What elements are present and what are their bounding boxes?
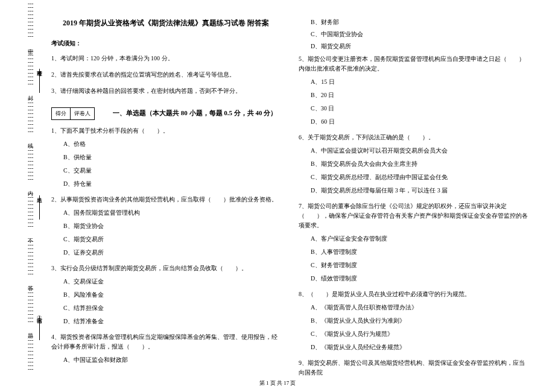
right-column: B、财务部 C、中国期货业协会 D、期货交易所 5、期货公司变更注册资本，国务院…: [290, 12, 537, 374]
question-stem: 3、实行会员分级结算制度的期货交易所，应当向结算会员收取（ ）。: [51, 264, 281, 273]
option-c: C、交易量: [63, 166, 281, 175]
question-stem: 6、关于期货交易所，下列说法正确的是（ ）。: [299, 133, 528, 142]
option-a: A、中国证监会提议时可以召开期货交易所会员大会: [311, 146, 528, 156]
question-3: 3、实行会员分级结算制度的期货交易所，应当向结算会员收取（ ）。 A、交易保证金…: [51, 264, 281, 326]
question-stem: 9、期货交易所、期货公司及其他期货经营机构、期货保证金安全存管监控机构，应当向国…: [299, 358, 528, 378]
page-footer: 第 1 页 共 17 页: [0, 379, 555, 387]
binding-dots: ┆┆┆┆┆┆┆┆┆┆: [28, 192, 33, 229]
instruction-1: 1、考试时间：120 分钟，本卷满分为 100 分。: [51, 54, 281, 63]
option-b: B、人事管理制度: [311, 247, 528, 257]
option-a: A、15 日: [311, 77, 528, 87]
question-8: 8、（ ）是期货从业人员在执业过程中必须遵守的行为规范。 A、《期货高管人员任职…: [299, 289, 528, 352]
option-b: B、风险准备金: [63, 290, 281, 300]
option-d: D、期货交易所总经理每届任期 3 年，可以连任 3 届: [311, 186, 528, 195]
option-c: C、《期货从业人员行为规范》: [311, 329, 528, 339]
option-c: C、30 日: [311, 104, 528, 113]
option-a: A、交易保证金: [63, 277, 281, 286]
option-d: D、结算准备金: [63, 317, 281, 326]
name-line: [39, 195, 40, 220]
option-a: A、中国证监会和财政部: [63, 355, 281, 365]
question-9: 9、期货交易所、期货公司及其他期货经营机构、期货保证金安全存管监控机构，应当向国…: [299, 358, 528, 378]
instruction-3: 3、请仔细阅读各种题目的回答要求，在密封线内答题，否则不予评分。: [51, 86, 281, 95]
score-cell: 得分: [51, 107, 71, 120]
binding-dots: ┆┆┆┆┆┆┆┆┆┆: [28, 240, 33, 276]
option-b: B、财务部: [311, 18, 528, 27]
question-2: 2、从事期货投资咨询业务的其他期货经营机构，应当取得（ ）批准的业务资格。 A、…: [51, 195, 281, 258]
option-a: A、客户保证金安全存管制度: [311, 234, 528, 244]
question-4: 4、期货投资者保障基金管理机构应当定期编报保障基金的筹集、管理、使用报告，经会计…: [51, 332, 281, 365]
option-c: C、财务管理制度: [311, 261, 528, 270]
option-b: B、《期货从业人员执业行为准则》: [311, 316, 528, 326]
option-d: D、《期货从业人员经纪业务规范》: [311, 343, 528, 352]
option-c: C、期货交易所总经理、副总经理由中国证监会任免: [311, 172, 528, 182]
score-box: 得分 评卷人: [51, 107, 95, 120]
option-b: B、20 日: [311, 90, 528, 100]
section-1-header: 一、单选题（本大题共 80 小题，每题 0.5 分，共 40 分）: [113, 109, 277, 118]
option-c: C、中国期货业协会: [311, 30, 528, 39]
binding-dots: ┆┆┆┆┆┆┆┆┆┆: [28, 145, 33, 182]
option-b: B、期货交易所会员大会由大会主席主持: [311, 159, 528, 169]
option-a: A、价格: [63, 139, 281, 149]
question-stem: 1、下面不属于技术分析手段的有（ ）。: [51, 126, 281, 136]
question-stem: 5、期货公司变更注册资本，国务院期货监督管理机构应当自受理申请之日起（ ）内做出…: [299, 54, 528, 74]
instruction-2: 2、请首先按要求在试卷的指定位置填写您的姓名、准考证号等信息。: [51, 70, 281, 79]
question-stem: 2、从事期货投资咨询业务的其他期货经营机构，应当取得（ ）批准的业务资格。: [51, 195, 281, 204]
question-stem: 7、期货公司的董事会除应当行使《公司法》规定的职权外，还应当审议并决定（ ），确…: [299, 201, 528, 230]
option-d: D、证券交易所: [63, 248, 281, 258]
admission-line: [39, 69, 40, 93]
reviewer-cell: 评卷人: [71, 107, 95, 120]
notice-label: 考试须知：: [51, 39, 281, 48]
option-c: C、期货交易所: [63, 235, 281, 244]
question-5: 5、期货公司变更注册资本，国务院期货监督管理机构应当自受理申请之日起（ ）内做出…: [299, 54, 528, 127]
option-b: B、期货业协会: [63, 221, 281, 231]
binding-dots: ┆┆┆┆┆┆┆┆┆┆: [28, 50, 33, 86]
option-a: A、《期货高管人员任职资格管理办法》: [311, 303, 528, 312]
exam-title: 2019 年期货从业资格考试《期货法律法规》真题练习试卷 附答案: [51, 18, 281, 28]
option-b: B、供给量: [63, 153, 281, 162]
binding-dots: ┆┆┆┆┆┆┆┆┆┆: [28, 2, 33, 39]
option-d: D、期货交易所: [311, 42, 528, 51]
binding-dots: ┆┆┆┆┆┆┆┆┆┆: [28, 98, 33, 134]
option-d: D、绩效管理制度: [311, 274, 528, 283]
option-d: D、60 日: [311, 117, 528, 127]
option-d: D、持仓量: [63, 179, 281, 189]
question-1: 1、下面不属于技术分析手段的有（ ）。 A、价格 B、供给量 C、交易量 D、持…: [51, 126, 281, 189]
page-content: 2019 年期货从业资格考试《期货法律法规》真题练习试卷 附答案 考试须知： 1…: [0, 0, 555, 374]
option-a: A、国务院期货监督管理机构: [63, 208, 281, 218]
candidate-info-strip: 省（市区） 姓名 准考证号: [33, 0, 45, 374]
question-7: 7、期货公司的董事会除应当行使《公司法》规定的职权外，还应当审议并决定（ ），确…: [299, 201, 528, 283]
binding-dots: ┆┆┆┆┆┆┆┆┆┆: [28, 288, 33, 324]
question-stem: 8、（ ）是期货从业人员在执业过程中必须遵守的行为规范。: [299, 289, 528, 299]
option-c: C、结算担保金: [63, 303, 281, 313]
question-6: 6、关于期货交易所，下列说法正确的是（ ）。 A、中国证监会提议时可以召开期货交…: [299, 133, 528, 195]
question-stem: 4、期货投资者保障基金管理机构应当定期编报保障基金的筹集、管理、使用报告，经会计…: [51, 332, 281, 352]
left-column: 2019 年期货从业资格考试《期货法律法规》真题练习试卷 附答案 考试须知： 1…: [42, 12, 290, 374]
province-line: [39, 316, 40, 340]
binding-dots: ┆┆┆┆┆┆┆┆┆┆: [28, 335, 33, 371]
